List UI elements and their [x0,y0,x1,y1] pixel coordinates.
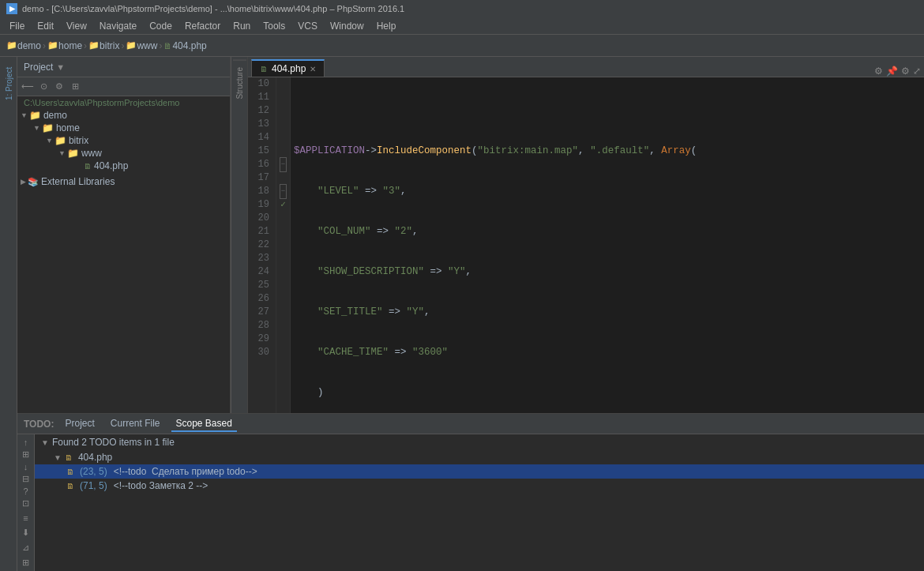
gutter: − − ✓ [276,77,291,413]
todo-download-icon[interactable]: ⬇ [19,528,33,538]
breadcrumb-www[interactable]: www [137,40,157,51]
menu-item-view[interactable]: View [60,19,93,33]
todo-left-toolbar: ↑ ⊞ ↓ ⊟ ? ⊡ ≡ ⬇ ⊿ ⊞ [17,434,35,571]
tree-item-extlibs[interactable]: ▶ 📚 External Libraries [17,175,230,188]
code-line-14: "SHOW_DESCRIPTION" => "Y", [294,265,921,279]
title-bar: ▶ demo - [C:\Users\zavvla\PhpstormProjec… [0,0,924,17]
todo-tab-scopebased[interactable]: Scope Based [171,416,237,432]
config-icon[interactable]: ⚙ [901,66,910,77]
menu-item-edit[interactable]: Edit [31,19,60,33]
expand-icon[interactable]: ⊞ [68,80,82,94]
todo-item2-icon: 🗎 [66,482,74,490]
settings-icon[interactable]: ⚙ [52,80,66,94]
app-icon: ▶ [6,3,17,14]
scroll-to-source-icon[interactable]: ⊙ [36,80,51,94]
structure-tab[interactable]: Structure [233,60,246,106]
todo-group-header: ▼ Found 2 TODO items in 1 file [35,434,924,450]
todo-list: ▼ Found 2 TODO items in 1 file ▼ 🗎 404.p… [35,434,924,571]
settings-gear-icon[interactable]: ⚙ [874,66,883,77]
www-label: www [81,148,102,159]
home-arrow[interactable]: ▼ [33,124,40,132]
project-panel: Project ▼ ⟵ ⊙ ⚙ ⊞ C:\Users\zavvla\Phpsto… [17,57,231,413]
menu-item-file[interactable]: File [3,19,31,33]
breadcrumb-bar: 📁 demo › 📁 home › 📁 bitrix › 📁 www › 🗎 4… [0,35,924,57]
extlibs-arrow[interactable]: ▶ [21,178,26,186]
todo-down-icon[interactable]: ↓ [19,462,33,471]
breadcrumb-demo[interactable]: demo [17,40,41,51]
menu-item-help[interactable]: Help [370,19,403,33]
collapse-all-icon[interactable]: ⟵ [21,80,35,94]
window-title: demo - [C:\Users\zavvla\PhpstormProjects… [22,4,404,13]
breadcrumb-home-icon: 📁 [47,40,58,51]
root-path: C:\Users\zavvla\PhpstormProjects\demo [17,96,230,109]
www-folder-icon: 📁 [67,148,79,159]
todo-item1-icon: 🗎 [66,468,74,476]
code-line-17: ) [294,386,921,400]
left-tools: 1: Project [0,57,17,571]
editor-toolbar: ⚙ 📌 ⚙ ⤢ [874,66,921,77]
code-line-16: "CACHE_TIME" => "3600" [294,346,921,359]
fold-icon-16[interactable]: − [276,158,290,171]
code-line-12: "LEVEL" => "3", [294,185,921,198]
todo-panel: TODO: Project Current File Scope Based ↑… [17,413,924,571]
home-label: home [56,122,80,133]
www-arrow[interactable]: ▼ [58,149,66,157]
todo-item1-text: <!--todo Сделать пример todo--> [114,466,257,477]
code-editor: 10 11 12 13 14 15 16 17 18 19 20 21 22 2… [248,77,924,413]
todo-item1-location: (23, 5) [80,466,107,477]
todo-item-1[interactable]: 🗎 (23, 5) <!--todo Сделать пример todo--… [35,464,924,479]
todo-expand-icon[interactable]: ⊞ [19,449,33,460]
todo-item-2[interactable]: 🗎 (71, 5) <!--todo Заметка 2 --> [35,479,924,493]
bitrix-label: bitrix [69,135,88,146]
todo-tab-project[interactable]: Project [60,416,99,432]
fold-icon-18[interactable]: − [276,185,290,198]
menu-item-refactor[interactable]: Refactor [178,19,227,33]
todo-columns-icon[interactable]: ⊞ [19,558,33,568]
file-tree: ▼ 📁 demo ▼ 📁 home ▼ 📁 bitrix [17,109,230,413]
structure-panel: Structure [231,57,248,413]
tree-item-404[interactable]: 🗎 404.php [17,160,230,172]
breadcrumb-bitrix[interactable]: bitrix [100,40,119,51]
menu-item-vcs[interactable]: VCS [291,19,324,33]
todo-file-header: ▼ 🗎 404.php [35,450,924,464]
todo-item2-text: <!--todo Заметка 2 --> [114,480,208,491]
todo-help-icon[interactable]: ? [19,486,33,496]
tree-item-bitrix[interactable]: ▼ 📁 bitrix [17,134,230,147]
tab-close-icon[interactable]: ✕ [310,65,316,73]
menu-item-navigate[interactable]: Navigate [93,19,143,33]
expand-editor-icon[interactable]: ⤢ [913,66,921,77]
editor-tabs-bar: 🗎 404.php ✕ ⚙ 📌 ⚙ ⤢ [248,57,924,77]
project-dropdown-arrow[interactable]: ▼ [56,62,65,72]
todo-collapse-icon[interactable]: ⊟ [19,474,33,484]
code-line-15: "SET_TITLE" => "Y", [294,306,921,319]
editor-area: Project ▼ ⟵ ⊙ ⚙ ⊞ C:\Users\zavvla\Phpsto… [17,57,924,413]
todo-preview-icon[interactable]: ⊡ [19,498,33,509]
menu-item-run[interactable]: Run [227,19,257,33]
project-tab-vertical[interactable]: 1: Project [1,60,17,107]
tab-404php[interactable]: 🗎 404.php ✕ [251,59,325,77]
todo-item2-location: (71, 5) [80,480,107,491]
arrow-19: ✓ [276,198,290,212]
menu-item-tools[interactable]: Tools [257,19,291,33]
demo-arrow[interactable]: ▼ [21,111,28,119]
todo-filter-icon[interactable]: ⊿ [19,543,33,553]
demo-folder-icon: 📁 [29,110,41,121]
todo-up-icon[interactable]: ↑ [19,438,33,447]
menu-item-code[interactable]: Code [143,19,178,33]
todo-file-arrow[interactable]: ▼ [54,453,62,462]
tab-php-icon: 🗎 [260,65,268,73]
breadcrumb-file[interactable]: 404.php [172,40,206,51]
todo-tab-currentfile[interactable]: Current File [106,416,165,432]
content-split: Project ▼ ⟵ ⊙ ⚙ ⊞ C:\Users\zavvla\Phpsto… [17,57,924,571]
bitrix-arrow[interactable]: ▼ [46,137,53,145]
todo-sort-icon[interactable]: ≡ [19,513,33,523]
tree-item-www[interactable]: ▼ 📁 www [17,147,230,160]
tree-item-home[interactable]: ▼ 📁 home [17,122,230,134]
tree-item-demo[interactable]: ▼ 📁 demo [17,109,230,122]
menu-item-window[interactable]: Window [324,19,370,33]
pin-icon[interactable]: 📌 [886,66,898,77]
breadcrumb-demo-icon: 📁 [6,40,17,51]
todo-group-arrow[interactable]: ▼ [41,438,49,447]
code-content[interactable]: $APPLICATION->IncludeComponent("bitrix:m… [291,77,924,413]
breadcrumb-home[interactable]: home [58,40,82,51]
